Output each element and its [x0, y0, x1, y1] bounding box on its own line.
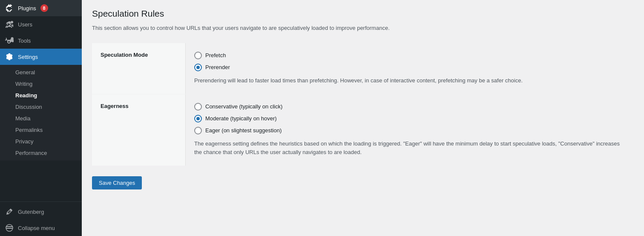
sidebar-sub-privacy[interactable]: Privacy [0, 136, 82, 147]
collapse-icon [5, 224, 14, 232]
edit-icon [5, 207, 14, 216]
speculation-mode-controls: Prefetch Prerender Prerendering will lea… [186, 43, 634, 94]
settings-form: Speculation Mode Prefetch Prerender Prer… [92, 43, 634, 189]
prerender-label: Prerender [205, 64, 230, 70]
speculation-mode-help: Prerendering will lead to faster load ti… [194, 76, 625, 85]
prerender-radio[interactable] [194, 64, 202, 71]
plugin-icon [5, 4, 14, 12]
moderate-option[interactable]: Moderate (typically on hover) [194, 115, 625, 122]
save-button[interactable]: Save Changes [92, 176, 142, 189]
speculation-mode-label: Speculation Mode [92, 43, 186, 94]
svg-point-0 [8, 21, 11, 24]
conservative-label: Conservative (typically on click) [205, 103, 282, 110]
prefetch-option[interactable]: Prefetch [194, 52, 625, 59]
eager-label: Eager (on slightest suggestion) [205, 127, 282, 134]
form-actions: Save Changes [92, 175, 634, 189]
sidebar-sub-performance[interactable]: Performance [0, 147, 82, 159]
sidebar-sub-media[interactable]: Media [0, 113, 82, 124]
users-icon [5, 20, 14, 29]
sidebar-sub-writing[interactable]: Writing [0, 78, 82, 90]
sidebar: Plugins 8 Users Tools Settings General W… [0, 0, 82, 236]
main-content: Speculation Rules This section allows yo… [82, 0, 644, 236]
conservative-radio[interactable] [194, 103, 202, 111]
sidebar-sub-reading[interactable]: Reading [0, 90, 82, 101]
conservative-option[interactable]: Conservative (typically on click) [194, 103, 625, 111]
sidebar-bottom: Gutenberg Collapse menu [0, 201, 82, 236]
eagerness-label: Eagerness [92, 94, 186, 166]
moderate-label: Moderate (typically on hover) [205, 115, 277, 122]
sidebar-sub-discussion[interactable]: Discussion [0, 101, 82, 113]
sidebar-sub-general[interactable]: General [0, 67, 82, 78]
sidebar-item-tools[interactable]: Tools [0, 32, 82, 49]
tools-icon [5, 36, 14, 45]
sidebar-item-settings[interactable]: Settings [0, 49, 82, 65]
active-arrow [80, 54, 82, 59]
eager-option[interactable]: Eager (on slightest suggestion) [194, 127, 625, 134]
sidebar-item-users[interactable]: Users [0, 16, 82, 32]
speculation-mode-row: Speculation Mode Prefetch Prerender Prer… [92, 43, 634, 94]
prerender-option[interactable]: Prerender [194, 64, 625, 71]
eagerness-controls: Conservative (typically on click) Modera… [186, 94, 634, 166]
sidebar-sub-permalinks[interactable]: Permalinks [0, 124, 82, 136]
plugins-badge: 8 [40, 4, 48, 12]
prefetch-radio[interactable] [194, 52, 202, 59]
page-title: Speculation Rules [92, 9, 634, 19]
prefetch-label: Prefetch [205, 52, 226, 58]
moderate-radio[interactable] [194, 115, 202, 122]
eager-radio[interactable] [194, 127, 202, 134]
eagerness-help: The eagerness setting defines the heuris… [194, 140, 625, 157]
settings-submenu: General Writing Reading Discussion Media… [0, 65, 82, 160]
eagerness-row: Eagerness Conservative (typically on cli… [92, 94, 634, 166]
page-description: This section allows you to control how U… [92, 24, 634, 33]
sidebar-item-plugins[interactable]: Plugins 8 [0, 0, 82, 16]
sidebar-item-gutenberg[interactable]: Gutenberg [0, 204, 82, 220]
sidebar-item-collapse[interactable]: Collapse menu [0, 220, 82, 236]
settings-icon [5, 52, 14, 61]
